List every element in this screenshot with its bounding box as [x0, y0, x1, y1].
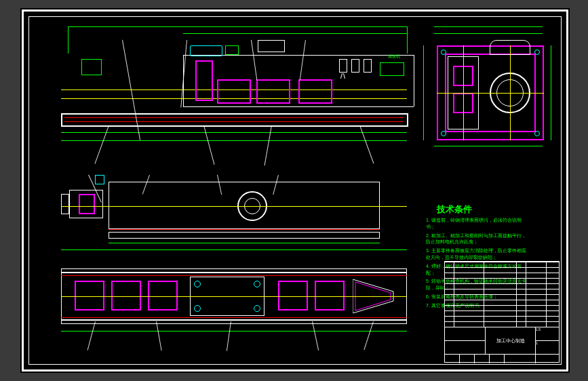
- bolt-icon: [441, 49, 446, 55]
- motor-housing: [258, 40, 285, 52]
- dim-line: [551, 45, 551, 140]
- bolt-icon: [194, 305, 201, 312]
- dim-line: [61, 249, 407, 250]
- bed-end: [407, 113, 408, 127]
- base-plate: [109, 232, 380, 239]
- bracket: [364, 59, 372, 73]
- carriage-base: [183, 106, 414, 107]
- bolt-icon: [254, 281, 260, 287]
- leader-line: [364, 321, 374, 350]
- leader-line: [312, 321, 319, 350]
- dim-ext: [407, 26, 408, 54]
- rail-line: [64, 117, 404, 118]
- leader-line: [180, 40, 187, 108]
- dim-ext: [68, 26, 68, 54]
- centerline: [61, 296, 407, 297]
- bolt-icon: [194, 281, 201, 287]
- top-module: [225, 45, 239, 55]
- title-block: 加工中心制造 1:5 1: [444, 261, 560, 363]
- window-box: [278, 281, 308, 310]
- leader-line: [227, 321, 231, 351]
- centerline-v: [463, 45, 464, 140]
- centerline-h: [437, 93, 544, 94]
- bolt-icon: [254, 305, 260, 312]
- end-stop: [81, 59, 102, 75]
- leader-line: [251, 40, 257, 81]
- panel-box: [195, 60, 213, 101]
- dim-line: [434, 33, 543, 34]
- title-main: 加工中心制造 1:5 1: [445, 327, 559, 354]
- rail-line: [61, 275, 407, 276]
- rail-line: [109, 229, 380, 230]
- scale-cell: 1:5: [536, 327, 559, 341]
- drawing-title: 加工中心制造: [486, 327, 536, 354]
- note-item: 2. 粗加工、精加工和磨削时与加工面接触平行，防止加料电机允许距离；: [426, 233, 528, 246]
- title-footer: [445, 354, 559, 363]
- motor-window: [79, 194, 95, 214]
- window-box: [298, 79, 332, 104]
- view-plan: [41, 260, 420, 355]
- plan-rail-top: [61, 268, 407, 273]
- window-box: [217, 79, 251, 104]
- gearbox-outline: [380, 62, 404, 76]
- centerline-v: [510, 45, 511, 140]
- rail-line: [61, 317, 407, 318]
- bom-table: [445, 262, 559, 327]
- view-front-elevation: 减速机: [41, 25, 407, 161]
- note-item: 1. 锻造前，铸钢清理表面锈污，必须符合说明书；: [426, 217, 528, 230]
- leader-line: [156, 321, 162, 351]
- notes-title: 技术条件: [437, 203, 472, 216]
- leader-line: [264, 125, 272, 165]
- bolt-icon: [441, 131, 446, 136]
- motor-fan: [61, 194, 69, 214]
- leader-line: [87, 321, 96, 350]
- dim-line: [68, 26, 407, 27]
- sheet-cell: 1: [536, 341, 559, 355]
- junction-box: [95, 175, 104, 184]
- window-box: [75, 281, 104, 310]
- bed-top: [61, 113, 407, 115]
- note-item: 3. 主要零件各面做应力消除处理，防止零件相应处方向，且不导致内部裂纹缺陷；: [426, 247, 528, 261]
- dim-line: [434, 26, 543, 27]
- ruler-line: [61, 132, 407, 133]
- dim-line: [183, 33, 407, 34]
- top-module: [190, 45, 222, 56]
- dim-line: [61, 331, 407, 332]
- carriage-right: [414, 55, 414, 106]
- window-box: [256, 79, 290, 104]
- rail-line: [64, 121, 404, 122]
- centerline: [61, 206, 407, 207]
- window-box: [148, 281, 178, 310]
- dim-line: [434, 146, 543, 146]
- view-side-elevation: [41, 169, 407, 251]
- dim-line: [423, 45, 424, 140]
- ruler-line: [61, 140, 407, 141]
- dim-line: [109, 243, 380, 243]
- leader-line: [203, 125, 214, 165]
- callout-gearbox: 减速机: [388, 54, 400, 60]
- leader-line: [300, 40, 306, 81]
- cad-canvas[interactable]: 减速机: [20, 8, 570, 373]
- window-box: [111, 281, 141, 310]
- bracket: [339, 59, 347, 73]
- leader-line: [94, 125, 109, 164]
- bracket: [351, 59, 359, 73]
- leader-line: [359, 125, 374, 164]
- bolt-icon: [534, 131, 540, 136]
- window-box: [315, 281, 345, 310]
- plan-rail-bot: [61, 320, 407, 324]
- view-side-section: [420, 25, 556, 154]
- bed-end: [61, 113, 62, 127]
- bed-bottom: [61, 125, 407, 127]
- bolt-icon: [534, 49, 540, 55]
